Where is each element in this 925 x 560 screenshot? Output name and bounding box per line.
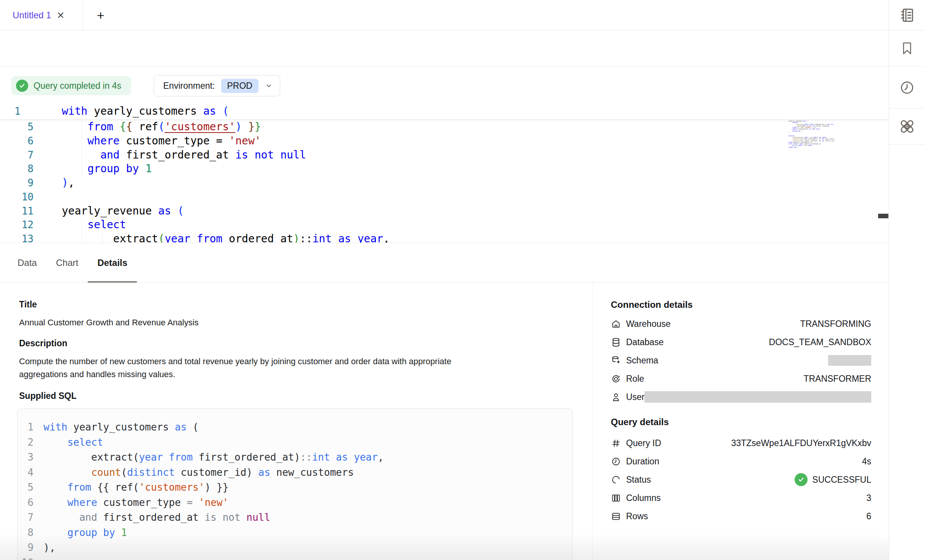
detail-row-status: StatusSUCCESSFUL: [611, 470, 871, 489]
code-line[interactable]: 8 group by 1: [0, 162, 889, 176]
status-row: Query completed in 4s Environment: PROD: [0, 67, 889, 103]
sql-editor[interactable]: 1with yearly_customers as ( 5 from {{ re…: [0, 103, 889, 243]
query-details-list: Query ID33TZseWpe1ALFDUYerxR1gVKxbvDurat…: [611, 434, 871, 525]
lineage-compass-icon[interactable]: [889, 109, 925, 145]
close-tab-icon[interactable]: ✕: [56, 11, 64, 20]
code-line[interactable]: 10: [0, 190, 889, 204]
notebook-icon[interactable]: [889, 0, 925, 30]
indent-guide: [102, 232, 103, 243]
rows-icon: [611, 511, 626, 522]
role-icon: [611, 374, 626, 384]
detail-row-user: User: [611, 388, 871, 406]
detail-label: Duration: [626, 456, 659, 467]
line-number: 9: [11, 176, 34, 190]
detail-row-database: DatabaseDOCS_TEAM_SANDBOX: [611, 333, 871, 351]
line-number: 7: [11, 148, 34, 162]
success-check-icon: [795, 473, 808, 486]
code-line: 3 extract(year from first_ordered_at)::i…: [18, 450, 572, 465]
result-tab-bar: DataChartDetails: [0, 243, 889, 283]
right-icon-sidebar: [889, 0, 925, 560]
description-text: Compute the number of new customers and …: [19, 355, 488, 381]
code-line: 9),: [18, 540, 572, 555]
detail-row-role: RoleTRANSFORMER: [611, 370, 871, 388]
connection-details-heading: Connection details: [611, 299, 693, 310]
editor-code-area[interactable]: 5 from {{ ref('customers') }}6 where cus…: [0, 120, 889, 243]
line-number: 7: [18, 510, 34, 525]
sticky-scroll-line[interactable]: 1with yearly_customers as (: [0, 103, 889, 120]
detail-label: Columns: [626, 493, 661, 503]
query-status-text: Query completed in 4s: [34, 81, 121, 91]
result-tab-details[interactable]: Details: [88, 243, 137, 283]
column-divider: [593, 283, 593, 560]
detail-label: Warehouse: [626, 319, 671, 329]
indent-guide: [82, 120, 82, 176]
result-tab-data[interactable]: Data: [8, 243, 47, 283]
editor-scrollbar-thumb[interactable]: [878, 214, 888, 218]
code-line[interactable]: 9),: [0, 176, 889, 190]
code-line: 4 count(distinct customer_id) as new_cus…: [18, 465, 572, 480]
hash-icon: [611, 438, 626, 448]
tab-bar: Untitled 1 ✕ +: [0, 0, 889, 30]
detail-label: Query ID: [626, 438, 661, 448]
check-circle-icon: [16, 80, 28, 92]
tab-untitled-1[interactable]: Untitled 1 ✕: [0, 0, 83, 30]
detail-value: TRANSFORMER: [803, 374, 871, 384]
detail-row-warehouse: WarehouseTRANSFORMING: [611, 315, 871, 333]
new-tab-button[interactable]: +: [91, 0, 111, 30]
code-line: 10: [18, 555, 572, 560]
code-line[interactable]: 13 extract(year from ordered_at)::int as…: [0, 232, 889, 243]
detail-label: Role: [626, 374, 644, 384]
code-line[interactable]: 11yearly_revenue as (: [0, 204, 889, 218]
connection-details-list: WarehouseTRANSFORMINGDatabaseDOCS_TEAM_S…: [611, 315, 871, 406]
code-line: 5 from {{ ref('customers') }}: [18, 480, 572, 495]
line-number: 9: [18, 540, 34, 555]
query-status-badge: Query completed in 4s: [11, 76, 131, 95]
line-number: 12: [11, 218, 34, 232]
history-clock-icon[interactable]: [889, 67, 925, 109]
code-line: 7 and first_ordered_at is not null: [18, 510, 572, 525]
toolbar: Develop Run: [0, 30, 889, 67]
line-number: 1: [14, 103, 37, 120]
environment-selector[interactable]: Environment: PROD: [154, 75, 280, 96]
line-number: 11: [11, 204, 34, 218]
detail-value: 3: [866, 493, 871, 503]
line-number: 10: [11, 190, 34, 204]
detail-row-columns: Columns3: [611, 489, 871, 507]
detail-value: TRANSFORMING: [800, 319, 871, 329]
line-number: 8: [18, 525, 34, 541]
user-icon: [611, 392, 626, 402]
detail-label: User: [626, 392, 645, 402]
line-number: 5: [11, 120, 34, 134]
schema-icon: [611, 355, 626, 366]
columns-icon: [611, 493, 626, 503]
code-line[interactable]: 12 select: [0, 218, 889, 232]
detail-value: DOCS_TEAM_SANDBOX: [769, 337, 871, 347]
environment-value-badge: PROD: [221, 79, 259, 93]
warehouse-icon: [611, 319, 626, 329]
title-text: Annual Customer Growth and Revenue Analy…: [19, 316, 199, 329]
redacted-value: [644, 391, 871, 403]
code-line[interactable]: 7 and first_ordered_at is not null: [0, 148, 889, 162]
code-line[interactable]: 6 where customer_type = 'new': [0, 134, 889, 148]
details-panel: Title Annual Customer Growth and Revenue…: [0, 283, 889, 560]
bookmark-icon[interactable]: [889, 30, 925, 67]
line-number: 6: [18, 495, 34, 510]
supplied-sql-heading: Supplied SQL: [19, 391, 77, 401]
spinner-icon: [611, 475, 626, 485]
detail-row-rows: Rows6: [611, 507, 871, 525]
line-number: 5: [18, 480, 34, 495]
detail-label: Database: [626, 337, 663, 347]
code-line: 2 select: [18, 435, 572, 450]
line-number: 3: [18, 450, 34, 465]
detail-value: 4s: [862, 456, 871, 467]
line-number: 4: [18, 465, 34, 480]
app-window: Untitled 1 ✕ + Develop Run: [0, 0, 925, 560]
minimap-line: order by 1: [788, 147, 834, 148]
line-number: 2: [18, 435, 34, 450]
code-line[interactable]: 5 from {{ ref('customers') }}: [0, 120, 889, 134]
result-tab-chart[interactable]: Chart: [47, 243, 88, 283]
line-number: 8: [11, 162, 34, 176]
line-number: 6: [11, 134, 34, 148]
line-number: 13: [11, 232, 34, 243]
code-line[interactable]: 1with yearly_customers as (: [0, 103, 889, 120]
